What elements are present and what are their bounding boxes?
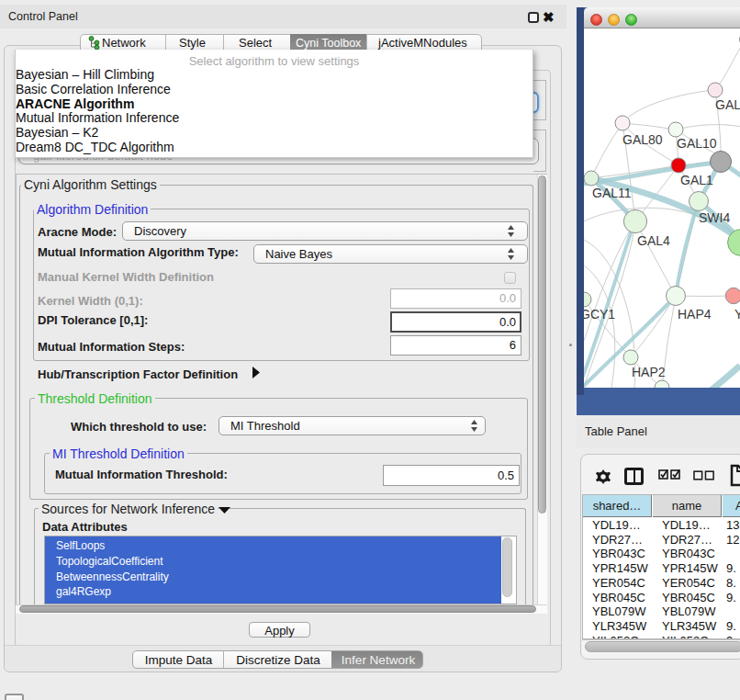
svg-text:GAL1: GAL1 <box>680 173 713 187</box>
svg-text:GAL11: GAL11 <box>592 186 632 200</box>
svg-text:GAL10: GAL10 <box>677 136 717 151</box>
svg-text:HAP2: HAP2 <box>632 365 666 379</box>
svg-text:GAL2: GAL2 <box>715 97 740 112</box>
svg-text:HAP4: HAP4 <box>678 307 712 322</box>
svg-text:YD: YD <box>734 307 740 322</box>
svg-text:GAL4: GAL4 <box>637 233 670 248</box>
svg-text:SWI4: SWI4 <box>699 210 730 225</box>
svg-text:GCY1: GCY1 <box>584 307 615 322</box>
svg-text:GAL80: GAL80 <box>622 132 663 147</box>
